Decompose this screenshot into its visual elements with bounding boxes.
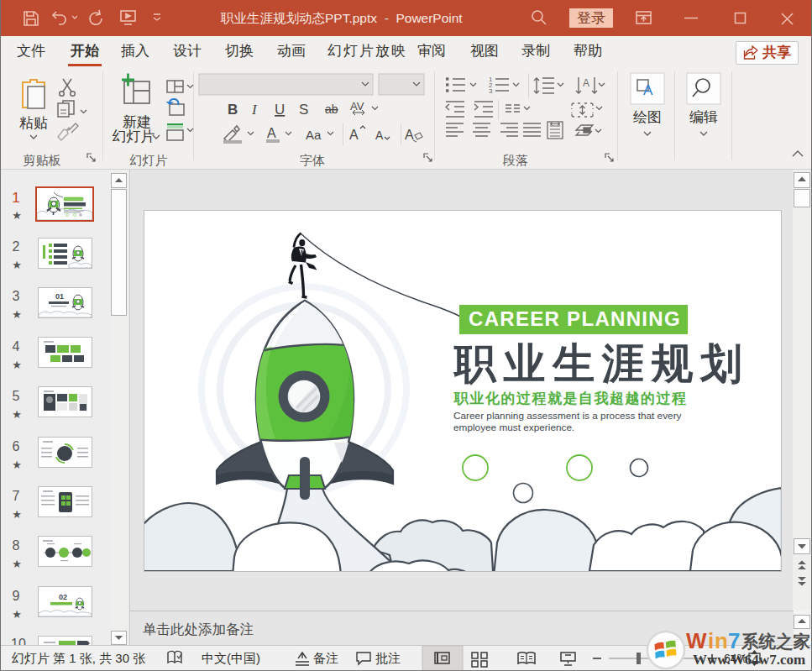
svg-text:★: ★ [12,359,22,371]
svg-text:★: ★ [12,209,22,222]
svg-text:10: 10 [11,637,26,645]
svg-text:A: A [583,77,589,89]
svg-text:职业生涯规划: 职业生涯规划 [453,340,750,387]
svg-text:A: A [375,128,384,142]
svg-text:★: ★ [12,608,22,621]
svg-text:编辑: 编辑 [689,109,718,125]
svg-text:8: 8 [13,538,20,553]
svg-text:n: n [715,628,728,653]
svg-text:B: B [228,102,238,118]
svg-text:系统之家: 系统之家 [741,632,811,651]
svg-text:CAREER PLANNING: CAREER PLANNING [469,307,681,330]
svg-text:Www.W64w7.com: Www.W64w7.com [693,652,805,668]
svg-text:1: 1 [12,190,19,206]
svg-text:★: ★ [12,508,22,521]
svg-text:01: 01 [55,292,64,301]
svg-text:6: 6 [13,439,20,453]
svg-text:U: U [275,102,285,118]
svg-text:3: 3 [13,289,20,303]
svg-text:5: 5 [13,389,20,403]
svg-text:幻灯片: 幻灯片 [113,128,155,144]
svg-text:S: S [299,102,308,118]
svg-text:A: A [267,126,276,140]
svg-text:职业化的过程就是自我超越的过程: 职业化的过程就是自我超越的过程 [453,391,688,406]
svg-text:2: 2 [13,239,20,254]
svg-text:3: 3 [489,87,493,95]
svg-text:ab: ab [325,102,338,116]
svg-text:备注: 备注 [313,651,338,665]
svg-text:幻灯片: 幻灯片 [130,153,168,167]
svg-text:Aa: Aa [306,128,322,142]
svg-text:★: ★ [12,259,22,271]
svg-text:02: 02 [59,593,67,601]
svg-text:字体: 字体 [300,153,325,167]
svg-text:employee must experience.: employee must experience. [453,422,574,433]
svg-text:粘贴: 粘贴 [19,115,48,131]
svg-text:中文(中国): 中文(中国) [202,651,260,665]
svg-text:7: 7 [13,489,20,503]
svg-text:9: 9 [13,589,20,603]
svg-text:4: 4 [13,339,20,354]
svg-text:★: ★ [12,408,22,421]
svg-text:7: 7 [728,628,740,653]
svg-text:I: I [251,102,258,118]
svg-text:W: W [686,628,707,653]
svg-text:★: ★ [12,558,22,570]
svg-text:★: ★ [12,308,22,321]
svg-text:A: A [405,128,414,142]
svg-text:绘图: 绘图 [633,109,662,125]
svg-text:段落: 段落 [502,153,528,167]
svg-text:幻灯片 第 1 张, 共 30 张: 幻灯片 第 1 张, 共 30 张 [12,651,145,665]
svg-text:批注: 批注 [375,651,401,665]
svg-text:A: A [643,82,653,98]
svg-text:i: i [708,628,714,653]
svg-text:Career planning assessment is: Career planning assessment is a process … [453,410,682,422]
svg-text:剪贴板: 剪贴板 [24,153,61,167]
svg-text:A: A [349,128,359,142]
svg-text:★: ★ [12,459,22,471]
